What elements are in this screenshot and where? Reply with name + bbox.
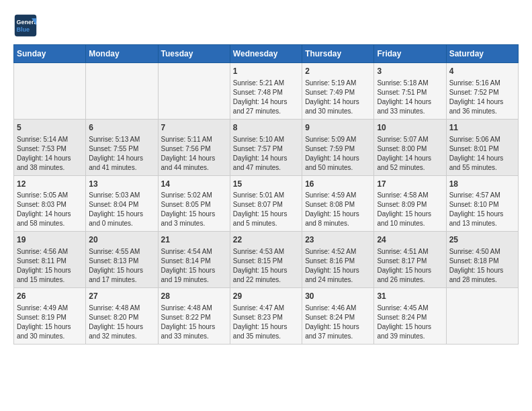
calendar-day-cell: 10Sunrise: 5:07 AMSunset: 8:00 PMDayligh… xyxy=(374,119,446,175)
day-info: Sunrise: 4:55 AM xyxy=(89,247,154,257)
day-info: Sunrise: 4:57 AM xyxy=(449,191,515,200)
day-info: and 39 minutes. xyxy=(377,332,443,341)
weekday-header: Saturday xyxy=(446,45,518,63)
day-info: Daylight: 14 hours xyxy=(449,154,515,163)
day-info: and 33 minutes. xyxy=(161,332,227,341)
day-info: Sunrise: 5:05 AM xyxy=(17,191,83,200)
day-number: 19 xyxy=(17,234,83,246)
day-info: Daylight: 15 hours xyxy=(17,266,83,275)
day-info: Sunrise: 4:48 AM xyxy=(161,304,227,313)
day-info: Sunset: 8:16 PM xyxy=(305,257,371,266)
calendar-week-row: 5Sunrise: 5:14 AMSunset: 7:53 PMDaylight… xyxy=(14,119,519,175)
calendar-day-cell: 9Sunrise: 5:09 AMSunset: 7:59 PMDaylight… xyxy=(302,119,374,175)
day-info: Sunset: 8:24 PM xyxy=(305,313,371,322)
day-info: and 44 minutes. xyxy=(161,163,227,173)
day-info: Daylight: 15 hours xyxy=(89,210,154,219)
day-info: Daylight: 15 hours xyxy=(449,210,515,219)
calendar-day-cell: 29Sunrise: 4:47 AMSunset: 8:23 PMDayligh… xyxy=(230,288,302,345)
day-number: 16 xyxy=(305,179,371,190)
calendar-day-cell: 12Sunrise: 5:05 AMSunset: 8:03 PMDayligh… xyxy=(14,175,86,232)
day-number: 18 xyxy=(449,179,515,190)
calendar-day-cell xyxy=(14,63,86,120)
day-number: 15 xyxy=(233,179,299,190)
day-number: 22 xyxy=(233,234,299,246)
day-info: Sunset: 8:23 PM xyxy=(233,313,299,322)
calendar-day-cell: 21Sunrise: 4:54 AMSunset: 8:14 PMDayligh… xyxy=(158,232,230,288)
day-info: Sunset: 8:17 PM xyxy=(377,257,443,266)
day-info: Daylight: 14 hours xyxy=(305,97,371,107)
day-info: Sunrise: 4:52 AM xyxy=(305,247,371,257)
day-info: and 41 minutes. xyxy=(89,163,154,173)
day-info: Sunset: 8:00 PM xyxy=(377,144,443,154)
day-info: Sunrise: 4:51 AM xyxy=(377,247,443,257)
calendar-day-cell xyxy=(86,63,158,120)
day-info: and 58 minutes. xyxy=(17,219,83,228)
day-info: and 19 minutes. xyxy=(161,275,227,285)
day-info: Daylight: 15 hours xyxy=(305,266,371,275)
calendar-week-row: 19Sunrise: 4:56 AMSunset: 8:11 PMDayligh… xyxy=(14,232,519,288)
calendar-day-cell: 1Sunrise: 5:21 AMSunset: 7:48 PMDaylight… xyxy=(230,63,302,120)
calendar-day-cell: 25Sunrise: 4:50 AMSunset: 8:18 PMDayligh… xyxy=(446,232,518,288)
day-info: and 13 minutes. xyxy=(449,219,515,228)
day-info: Daylight: 14 hours xyxy=(377,154,443,163)
day-info: and 36 minutes. xyxy=(449,107,515,116)
day-info: Sunset: 8:19 PM xyxy=(17,313,83,322)
day-number: 5 xyxy=(17,122,83,134)
calendar-day-cell: 30Sunrise: 4:46 AMSunset: 8:24 PMDayligh… xyxy=(302,288,374,345)
day-number: 12 xyxy=(17,179,83,190)
day-info: Sunset: 8:24 PM xyxy=(377,313,443,322)
day-info: Sunrise: 5:07 AM xyxy=(377,135,443,144)
calendar-day-cell: 23Sunrise: 4:52 AMSunset: 8:16 PMDayligh… xyxy=(302,232,374,288)
logo-icon: General Blue xyxy=(13,13,38,38)
day-info: Sunset: 8:14 PM xyxy=(161,257,227,266)
day-info: Sunset: 8:08 PM xyxy=(305,200,371,210)
day-info: Sunrise: 4:53 AM xyxy=(233,247,299,257)
day-info: Daylight: 15 hours xyxy=(449,266,515,275)
day-info: Sunset: 8:15 PM xyxy=(233,257,299,266)
calendar-day-cell: 2Sunrise: 5:19 AMSunset: 7:49 PMDaylight… xyxy=(302,63,374,120)
weekday-header: Tuesday xyxy=(158,45,230,63)
day-info: Sunrise: 5:10 AM xyxy=(233,135,299,144)
calendar-day-cell: 31Sunrise: 4:45 AMSunset: 8:24 PMDayligh… xyxy=(374,288,446,345)
day-number: 17 xyxy=(377,179,443,190)
day-info: and 17 minutes. xyxy=(89,275,154,285)
day-info: Sunset: 7:48 PM xyxy=(233,88,299,97)
day-info: Daylight: 14 hours xyxy=(89,154,154,163)
day-info: Sunset: 8:04 PM xyxy=(89,200,154,210)
calendar-day-cell: 27Sunrise: 4:48 AMSunset: 8:20 PMDayligh… xyxy=(86,288,158,345)
day-number: 28 xyxy=(161,291,227,302)
day-info: and 10 minutes. xyxy=(377,219,443,228)
day-info: and 33 minutes. xyxy=(377,107,443,116)
day-info: Daylight: 15 hours xyxy=(377,210,443,219)
day-info: Sunrise: 5:19 AM xyxy=(305,79,371,88)
day-info: Sunrise: 4:50 AM xyxy=(449,247,515,257)
day-info: Sunset: 8:18 PM xyxy=(449,257,515,266)
calendar-day-cell: 20Sunrise: 4:55 AMSunset: 8:13 PMDayligh… xyxy=(86,232,158,288)
day-info: and 30 minutes. xyxy=(305,107,371,116)
day-info: Daylight: 15 hours xyxy=(161,210,227,219)
calendar-day-cell: 24Sunrise: 4:51 AMSunset: 8:17 PMDayligh… xyxy=(374,232,446,288)
day-info: Sunrise: 4:46 AM xyxy=(305,304,371,313)
day-number: 27 xyxy=(89,291,154,302)
day-info: Sunrise: 5:11 AM xyxy=(161,135,227,144)
day-info: Daylight: 14 hours xyxy=(305,154,371,163)
day-number: 14 xyxy=(161,179,227,190)
day-info: Daylight: 15 hours xyxy=(233,210,299,219)
day-number: 21 xyxy=(161,234,227,246)
calendar-day-cell: 22Sunrise: 4:53 AMSunset: 8:15 PMDayligh… xyxy=(230,232,302,288)
calendar-day-cell: 13Sunrise: 5:03 AMSunset: 8:04 PMDayligh… xyxy=(86,175,158,232)
day-info: Sunset: 7:52 PM xyxy=(449,88,515,97)
day-info: Sunset: 7:51 PM xyxy=(377,88,443,97)
day-info: Sunrise: 5:16 AM xyxy=(449,79,515,88)
day-info: and 8 minutes. xyxy=(305,219,371,228)
calendar-day-cell: 6Sunrise: 5:13 AMSunset: 7:55 PMDaylight… xyxy=(86,119,158,175)
calendar-day-cell: 28Sunrise: 4:48 AMSunset: 8:22 PMDayligh… xyxy=(158,288,230,345)
calendar-day-cell: 14Sunrise: 5:02 AMSunset: 8:05 PMDayligh… xyxy=(158,175,230,232)
day-info: Sunrise: 4:45 AM xyxy=(377,304,443,313)
day-info: Daylight: 14 hours xyxy=(377,97,443,107)
day-info: Sunrise: 5:02 AM xyxy=(161,191,227,200)
calendar-week-row: 12Sunrise: 5:05 AMSunset: 8:03 PMDayligh… xyxy=(14,175,519,232)
weekday-header: Monday xyxy=(86,45,158,63)
calendar-day-cell: 18Sunrise: 4:57 AMSunset: 8:10 PMDayligh… xyxy=(446,175,518,232)
calendar-week-row: 26Sunrise: 4:49 AMSunset: 8:19 PMDayligh… xyxy=(14,288,519,345)
